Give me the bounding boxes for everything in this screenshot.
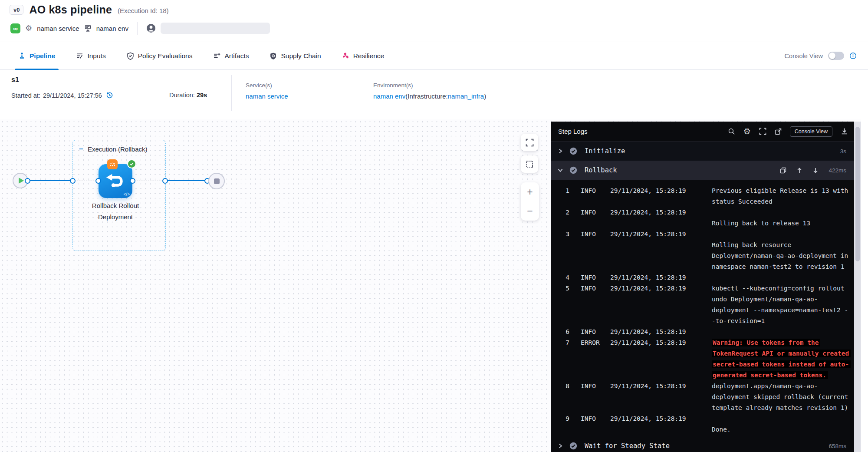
copy-logs-icon[interactable]: [780, 167, 786, 174]
tab-label: Resilience: [353, 52, 385, 60]
tab-inputs[interactable]: Inputs: [76, 42, 105, 69]
log-fullscreen-icon[interactable]: [759, 128, 766, 135]
info-icon[interactable]: [849, 52, 857, 59]
section-success-icon: [569, 166, 577, 174]
log-line: 9INFO29/11/2024, 15:28:19: [560, 413, 854, 424]
port-node-in: [95, 178, 101, 184]
duration-label: Duration:: [169, 92, 195, 99]
chevron-right-icon[interactable]: [557, 148, 563, 154]
execution-header: v0 AO k8s pipeline (Execution Id: 18) ∞ …: [0, 0, 868, 42]
pipeline-end-node: [208, 173, 225, 189]
log-section-rollback[interactable]: Rollback 422ms: [551, 161, 854, 180]
log-line: deployment skipped rollback (current: [560, 391, 854, 402]
duration: Duration: 29s: [169, 92, 207, 99]
stage-summary-bar: s1 Started at: 29/11/2024, 15:27:56 Dura…: [0, 70, 868, 119]
resilience-chaos-icon: [342, 52, 349, 59]
environment-link[interactable]: naman env: [373, 92, 405, 100]
step-logs-header: Step Logs ⚙: [551, 122, 854, 142]
execution-id: (Execution Id: 18): [118, 7, 169, 14]
log-line: 4INFO29/11/2024, 15:28:19: [560, 272, 854, 283]
edge-group-to-end: [165, 180, 208, 181]
env-infra-suffix: ): [484, 92, 486, 100]
infrastructure-link[interactable]: naman_infra: [448, 92, 484, 100]
group-title: Execution (Rollback): [88, 145, 148, 153]
console-view-toggle[interactable]: [828, 52, 844, 60]
log-scrollbar[interactable]: [854, 122, 861, 452]
tab-label: Policy Evaluations: [138, 52, 193, 60]
tab-supply-chain[interactable]: Supply Chain: [270, 42, 321, 69]
download-logs-icon[interactable]: [841, 128, 848, 135]
tab-artifacts[interactable]: Artifacts: [213, 42, 249, 69]
scroll-to-top-icon[interactable]: [796, 167, 802, 174]
section-title: Initialize: [585, 147, 625, 155]
service-name: naman service: [37, 25, 79, 32]
meta-row: ∞ ⚙ naman service naman env: [10, 22, 270, 35]
environment-name: naman env: [96, 25, 128, 32]
log-line: TokenRequest API or manually created: [560, 348, 854, 359]
tab-policy-evaluations[interactable]: Policy Evaluations: [127, 42, 193, 69]
rollout-step-badge-icon: [107, 159, 118, 169]
collapse-group-icon[interactable]: −: [79, 147, 83, 152]
log-line: 2INFO29/11/2024, 15:28:19: [560, 207, 854, 218]
zoom-out-button[interactable]: −: [521, 201, 539, 221]
section-success-icon: [569, 442, 577, 450]
code-glyph: </>: [124, 192, 130, 197]
log-line: deployment --namespace=naman-test2 -: [560, 304, 854, 315]
started-label: Started at:: [11, 92, 40, 99]
tab-label: Inputs: [87, 52, 105, 60]
step-success-icon: [127, 159, 136, 168]
tab-resilience[interactable]: Resilience: [342, 42, 385, 69]
header-divider: [137, 22, 138, 35]
console-view-button[interactable]: Console View: [790, 126, 832, 137]
rollback-rollout-deployment-node[interactable]: </>: [99, 164, 132, 198]
log-line: 3INFO29/11/2024, 15:28:19: [560, 228, 854, 239]
services-label: Service(s): [246, 82, 288, 89]
log-line: Deployment/naman-qa-ao-deployment in: [560, 250, 854, 261]
section-title: Wait for Steady State: [585, 442, 670, 450]
chevron-down-icon[interactable]: [557, 167, 563, 173]
console-view-label: Console View: [785, 53, 823, 59]
log-scrollbar-thumb[interactable]: [855, 127, 860, 261]
execution-history-icon[interactable]: [106, 92, 113, 99]
user-avatar-icon: [146, 23, 156, 33]
tab-label: Pipeline: [30, 52, 55, 60]
log-section-wait-for-steady-state[interactable]: Wait for Steady State 658ms: [551, 436, 854, 452]
services-block: Service(s) naman service: [246, 82, 288, 100]
tab-label: Supply Chain: [281, 52, 321, 60]
service-link[interactable]: naman service: [246, 92, 288, 100]
fit-to-screen-button[interactable]: [521, 134, 538, 151]
port-group-out: [162, 178, 168, 184]
version-badge: v0: [10, 5, 23, 15]
duration-value: 29s: [197, 92, 207, 99]
supply-chain-shield-icon: [270, 52, 277, 60]
tab-label: Artifacts: [224, 52, 249, 60]
log-line: 6INFO29/11/2024, 15:28:19: [560, 326, 854, 337]
log-line: Rolling back resource: [560, 239, 854, 250]
user-identifier-redacted: [161, 23, 270, 34]
log-line: secret-based tokens instead of auto-: [560, 359, 854, 370]
policy-shield-icon: [127, 52, 134, 60]
toggle-knob: [829, 53, 835, 59]
marquee-select-button[interactable]: [521, 155, 538, 173]
scroll-to-bottom-icon[interactable]: [812, 167, 819, 174]
open-in-new-tab-icon[interactable]: [775, 128, 782, 135]
started-at: Started at: 29/11/2024, 15:27:56: [11, 92, 113, 99]
title-row: v0 AO k8s pipeline (Execution Id: 18): [10, 3, 169, 16]
log-line: namespace naman-test2 to revision 1: [560, 261, 854, 272]
log-settings-gear-icon[interactable]: ⚙: [743, 127, 751, 135]
log-lines: 1INFO29/11/2024, 15:28:19Previous eligib…: [551, 180, 854, 436]
port-start-out: [25, 178, 30, 184]
section-duration: 658ms: [829, 443, 846, 449]
page-title: AO k8s pipeline: [29, 3, 112, 16]
port-node-out: [130, 178, 135, 184]
zoom-in-button[interactable]: +: [521, 182, 539, 201]
environments-block: Environment(s) naman env(Infrastructure:…: [373, 82, 486, 100]
chevron-right-icon[interactable]: [557, 443, 563, 449]
port-group-in: [70, 178, 76, 184]
log-line: 8INFO29/11/2024, 15:28:19deployment.apps…: [560, 380, 854, 391]
log-search-icon[interactable]: [728, 128, 735, 135]
tab-pipeline[interactable]: Pipeline: [18, 42, 55, 69]
service-gear-icon: ⚙: [25, 24, 32, 32]
stage-name: s1: [11, 76, 19, 84]
log-section-initialize[interactable]: Initialize 3s: [551, 142, 854, 161]
